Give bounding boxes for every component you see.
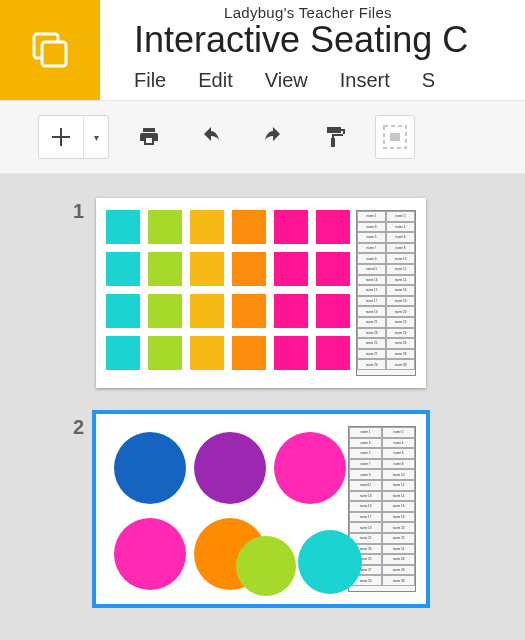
name-cell: name11 [357,264,386,275]
title-area: Ladybug's Teacher Files Interactive Seat… [100,0,525,92]
name-cell: name 26 [382,554,415,565]
menu-edit[interactable]: Edit [198,69,232,92]
seat-square [316,336,350,370]
menu-extra[interactable]: S [422,69,435,92]
name-cell: name 6 [382,448,415,459]
name-cell: name 18 [382,512,415,523]
name-cell: name 3 [357,222,386,233]
name-cell: name 28 [386,349,415,360]
slide-thumbnail-1[interactable]: name 1name 2name 3name 4name 5name 6name… [96,198,426,388]
name-cell: name 8 [382,459,415,470]
name-cell: name 18 [386,296,415,307]
seat-square [316,294,350,328]
seat-square [148,252,182,286]
name-cell: name 10 [386,253,415,264]
menu-view[interactable]: View [265,69,308,92]
toolbar: ▾ [0,100,525,174]
name-cell: name 3 [349,438,382,449]
name-cell: name 7 [357,243,386,254]
name-cell: name 20 [382,522,415,533]
name-cell: name 21 [357,317,386,328]
name-cell: name 19 [349,522,382,533]
name-cell: name 24 [386,328,415,339]
name-cell: name 17 [357,296,386,307]
name-cell: name 14 [386,275,415,286]
app-logo[interactable] [0,0,100,100]
zoom-fit-button[interactable] [375,115,415,159]
name-cell: name 15 [349,501,382,512]
undo-icon [199,126,223,148]
svg-rect-3 [390,133,400,141]
name-cell: name 28 [382,565,415,576]
name-cell: name 29 [357,359,386,370]
seat-square [232,252,266,286]
redo-button[interactable] [251,115,295,159]
seat-square [232,336,266,370]
name-cell: name 30 [386,359,415,370]
slide-row-1: 1 name 1name 2name 3name 4name 5name 6na… [0,198,525,388]
new-slide-dropdown[interactable]: ▾ [84,132,108,143]
name-cell: name 2 [386,211,415,222]
name-cell: name 27 [357,349,386,360]
slide-panel: 1 name 1name 2name 3name 4name 5name 6na… [0,174,525,640]
name-cell: name 13 [349,491,382,502]
seat-square [106,336,140,370]
seat-circle [194,432,266,504]
seat-circle [236,536,296,596]
seat-square [190,252,224,286]
name-cell: name 10 [382,469,415,480]
seat-circle [114,518,186,590]
name-cell: name 7 [349,459,382,470]
name-cell: name 30 [382,575,415,586]
seat-square [190,210,224,244]
slide-number: 1 [0,198,96,223]
seat-square [148,210,182,244]
seat-square [148,336,182,370]
name-cell: name 25 [357,338,386,349]
menu-insert[interactable]: Insert [340,69,390,92]
name-cell: name 16 [386,285,415,296]
name-cell: name 5 [349,448,382,459]
name-cell: name 12 [382,480,415,491]
name-cell: name 24 [382,544,415,555]
paint-roller-icon [323,125,347,149]
seat-square [274,294,308,328]
menubar: File Edit View Insert S [134,69,525,92]
seat-square [274,210,308,244]
name-cell: name 1 [349,427,382,438]
name-cell: name 13 [357,275,386,286]
name-cell: name 22 [382,533,415,544]
name-cell: name 4 [382,438,415,449]
document-title[interactable]: Interactive Seating C [134,21,525,59]
seating-grid-squares [106,210,350,376]
name-list: name 1name 2name 3name 4name 5name 6name… [356,210,416,376]
redo-icon [261,126,285,148]
seat-square [274,252,308,286]
name-cell: name 16 [382,501,415,512]
menu-file[interactable]: File [134,69,166,92]
name-cell: name 6 [386,232,415,243]
name-cell: name 2 [382,427,415,438]
print-button[interactable] [127,115,171,159]
seating-circles [106,426,342,592]
name-cell: name 5 [357,232,386,243]
paint-format-button[interactable] [313,115,357,159]
name-cell: name 19 [357,306,386,317]
name-cell: name 9 [357,253,386,264]
undo-button[interactable] [189,115,233,159]
name-cell: name 4 [386,222,415,233]
seat-circle [298,530,362,594]
name-cell: name 26 [386,338,415,349]
seat-square [232,294,266,328]
seat-square [106,210,140,244]
name-cell: name 8 [386,243,415,254]
name-cell: name 12 [386,264,415,275]
seat-circle [274,432,346,504]
new-slide-button[interactable] [39,115,83,159]
name-cell: name 17 [349,512,382,523]
seat-square [106,294,140,328]
seat-square [316,252,350,286]
seat-square [106,252,140,286]
slide-row-2: 2 name 1name 2name 3name 4name 5name 6na… [0,414,525,604]
slide-thumbnail-2[interactable]: name 1name 2name 3name 4name 5name 6name… [96,414,426,604]
